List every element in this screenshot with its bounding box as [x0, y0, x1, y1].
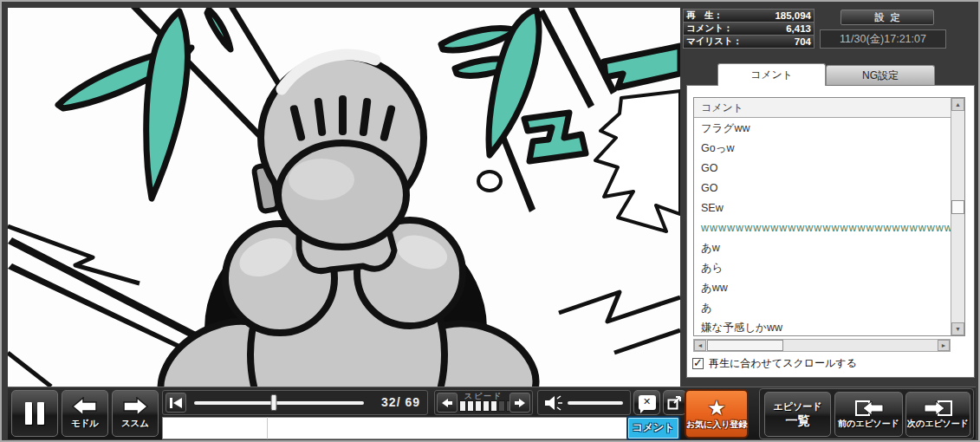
stat-row-views: 再 生： 185,094: [683, 9, 815, 23]
views-value: 185,094: [775, 10, 811, 21]
comment-list: コメント フラグww Goっw GO GO SEw wwwwwwwwwwwwww…: [693, 97, 965, 336]
autoscroll-row: 再生に合わせてスクロールする: [692, 356, 857, 371]
comment-row[interactable]: SEw: [694, 198, 951, 218]
arrow-right-icon: [514, 398, 526, 408]
command-input[interactable]: [162, 417, 268, 439]
scroll-left-icon[interactable]: ◄: [694, 340, 706, 351]
next-episode-icon: [923, 400, 954, 417]
step-back-button[interactable]: モドル: [62, 390, 108, 437]
speed-up-button[interactable]: [509, 393, 530, 413]
expand-icon: [667, 395, 682, 410]
comment-row[interactable]: あww: [694, 278, 951, 298]
toggle-comments-button[interactable]: [633, 390, 660, 415]
stats-box: 再 生： 185,094 コメント： 6,413 マイリスト： 704: [683, 9, 815, 50]
arrow-left-icon: [72, 397, 98, 416]
comment-row[interactable]: あら: [694, 258, 951, 278]
comment-list-rows: フラグww Goっw GO GO SEw wwwwwwwwwwwwwwwwwww…: [694, 119, 951, 335]
episode-list-label-line2: 一覧: [786, 413, 810, 429]
prev-episode-icon: [853, 400, 885, 417]
scroll-down-icon[interactable]: ▼: [951, 322, 964, 335]
frame-counter: 32/ 69: [381, 395, 420, 409]
step-back-label: モドル: [71, 418, 99, 430]
star-icon: ★: [707, 398, 726, 419]
speed-block: [498, 400, 505, 412]
comments-label: コメント：: [686, 23, 732, 35]
resize-button[interactable]: [663, 390, 686, 415]
control-bar: モドル ススム 32/ 69 スピード: [8, 387, 976, 439]
speed-block: [475, 400, 482, 412]
tab-ng-settings[interactable]: NG設定: [826, 65, 935, 86]
speed-down-button[interactable]: [437, 393, 458, 413]
volume-slider[interactable]: [568, 401, 623, 405]
speed-block: [459, 400, 466, 412]
comment-bubble-x-icon: [639, 395, 656, 410]
comment-row[interactable]: GO: [694, 179, 951, 198]
prev-episode-button[interactable]: 前のエピソード: [834, 392, 903, 437]
favorite-label: お気に入り登録: [686, 419, 748, 431]
seek-track[interactable]: [194, 401, 364, 405]
comment-row[interactable]: GO: [694, 159, 951, 179]
video-canvas[interactable]: [8, 8, 680, 387]
favorite-button[interactable]: ★ お気に入り登録: [685, 389, 749, 439]
mylist-label: マイリスト：: [686, 36, 742, 48]
seek-thumb[interactable]: [271, 394, 277, 411]
scroll-right-icon[interactable]: ►: [938, 340, 950, 351]
prev-episode-label: 前のエピソード: [838, 418, 899, 430]
player-window: 再 生： 185,094 コメント： 6,413 マイリスト： 704 設定 1…: [0, 0, 980, 442]
scroll-up-icon[interactable]: ▲: [951, 98, 964, 111]
speed-panel: スピード: [434, 390, 533, 415]
pause-icon: [25, 402, 44, 425]
comment-row[interactable]: あ: [694, 298, 951, 318]
stat-row-mylist: マイリスト： 704: [683, 35, 815, 49]
episode-list-label-line1: エピソード: [773, 400, 821, 413]
comment-panel: コメント フラグww Goっw GO GO SEw wwwwwwwwwwwwww…: [686, 85, 975, 378]
seek-panel: 32/ 69: [162, 390, 428, 415]
speed-block: [490, 400, 497, 412]
comments-value: 6,413: [786, 23, 811, 34]
stat-row-comments: コメント： 6,413: [683, 22, 815, 36]
datetime-display: 11/30(金)17:21:07: [820, 29, 946, 49]
comment-row[interactable]: Goっw: [694, 139, 951, 159]
skip-to-start-button[interactable]: [165, 393, 186, 413]
pause-button[interactable]: [11, 390, 58, 437]
tab-comment[interactable]: コメント: [717, 63, 826, 86]
comic-frame-art: [8, 8, 680, 387]
views-label: 再 生：: [686, 10, 723, 22]
autoscroll-label: 再生に合わせてスクロールする: [709, 356, 857, 371]
next-episode-label: 次のエピソード: [907, 418, 969, 430]
settings-button[interactable]: 設定: [840, 10, 934, 25]
episode-button-group: エピソード 一覧 前のエピソード 次のエピソード: [759, 388, 974, 439]
vertical-scrollbar-thumb[interactable]: [951, 200, 964, 214]
horizontal-scrollbar[interactable]: ◄ ►: [693, 339, 951, 352]
comment-submit-button[interactable]: コメント: [626, 416, 680, 440]
step-forward-label: ススム: [121, 418, 149, 430]
speaker-icon: [543, 395, 564, 411]
comment-input[interactable]: [268, 417, 631, 439]
mylist-value: 704: [795, 36, 811, 47]
next-episode-button[interactable]: 次のエピソード: [905, 392, 970, 437]
volume-panel: [537, 390, 631, 415]
comment-row[interactable]: 嫌な予感しかww: [694, 318, 951, 335]
comment-row[interactable]: フラグww: [694, 119, 951, 139]
autoscroll-checkbox[interactable]: [692, 358, 704, 369]
speed-block: [483, 400, 490, 412]
arrow-right-icon: [122, 397, 148, 416]
horizontal-scrollbar-thumb[interactable]: [707, 340, 783, 351]
comment-row[interactable]: wwwwwwwwwwwwwwwwwwwwwwwwwwwwwwwwwwwwwwww…: [694, 218, 951, 238]
step-forward-button[interactable]: ススム: [112, 390, 159, 437]
episode-list-button[interactable]: エピソード 一覧: [764, 392, 831, 437]
speed-block: [467, 400, 474, 412]
comment-list-header: コメント: [694, 98, 951, 118]
skip-start-icon: [169, 398, 183, 408]
comment-row[interactable]: あw: [694, 238, 951, 258]
arrow-left-icon: [441, 398, 453, 408]
vertical-scrollbar[interactable]: ▲ ▼: [951, 98, 964, 335]
